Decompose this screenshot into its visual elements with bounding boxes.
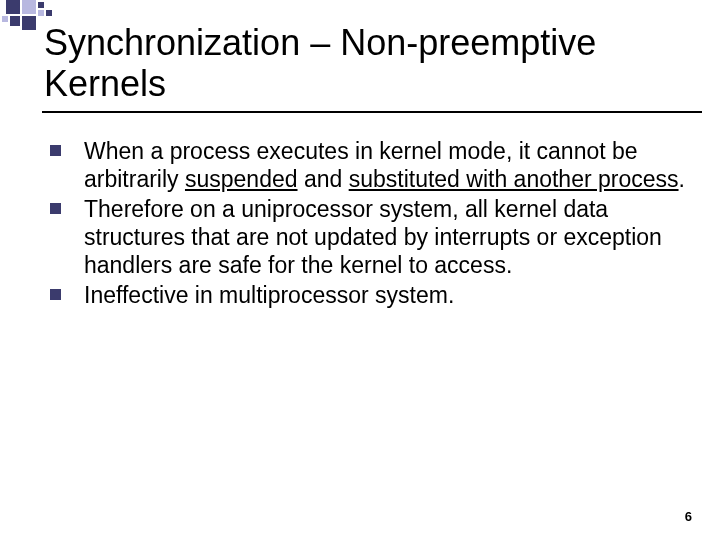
bullet-list: When a process executes in kernel mode, … <box>44 137 692 309</box>
bullet-underline: suspended <box>185 166 298 192</box>
page-number: 6 <box>685 509 692 524</box>
bullet-text: Therefore on a uniprocessor system, all … <box>84 196 662 278</box>
slide-content: Synchronization – Non-preemptive Kernels… <box>44 22 692 530</box>
bullet-text: Ineffective in multiprocessor system. <box>84 282 454 308</box>
bullet-text: and <box>298 166 349 192</box>
list-item: Ineffective in multiprocessor system. <box>50 281 692 309</box>
bullet-underline: substituted with another process <box>349 166 679 192</box>
bullet-text: . <box>679 166 685 192</box>
list-item: Therefore on a uniprocessor system, all … <box>50 195 692 279</box>
list-item: When a process executes in kernel mode, … <box>50 137 692 193</box>
slide-title: Synchronization – Non-preemptive Kernels <box>44 22 692 105</box>
title-underline <box>42 111 702 113</box>
